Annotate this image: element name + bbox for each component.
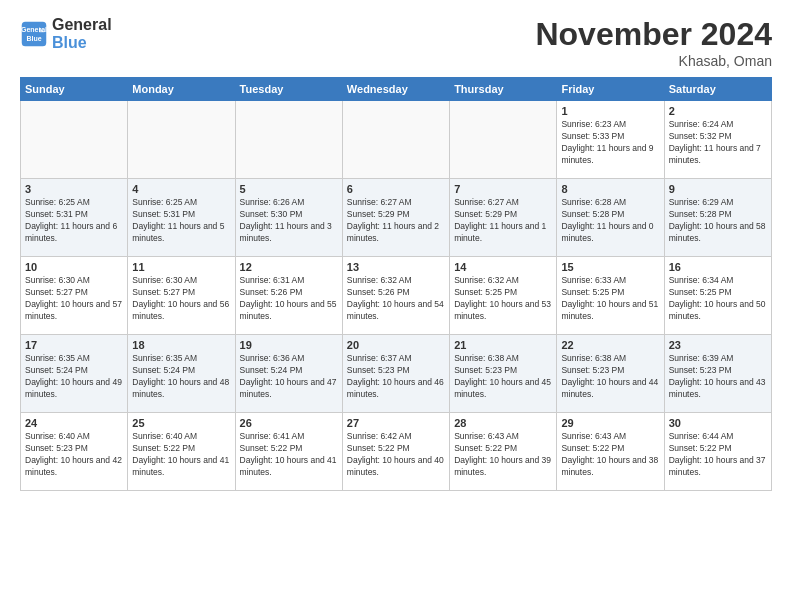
week-row-5: 24Sunrise: 6:40 AMSunset: 5:23 PMDayligh… (21, 413, 772, 491)
cell-w4-d6: 22Sunrise: 6:38 AMSunset: 5:23 PMDayligh… (557, 335, 664, 413)
cell-w1-d2 (128, 101, 235, 179)
day-detail: Sunrise: 6:38 AMSunset: 5:23 PMDaylight:… (454, 353, 552, 401)
day-detail: Sunrise: 6:29 AMSunset: 5:28 PMDaylight:… (669, 197, 767, 245)
cell-w2-d2: 4Sunrise: 6:25 AMSunset: 5:31 PMDaylight… (128, 179, 235, 257)
cell-w2-d6: 8Sunrise: 6:28 AMSunset: 5:28 PMDaylight… (557, 179, 664, 257)
cell-w3-d3: 12Sunrise: 6:31 AMSunset: 5:26 PMDayligh… (235, 257, 342, 335)
day-detail: Sunrise: 6:30 AMSunset: 5:27 PMDaylight:… (25, 275, 123, 323)
day-detail: Sunrise: 6:34 AMSunset: 5:25 PMDaylight:… (669, 275, 767, 323)
cell-w4-d7: 23Sunrise: 6:39 AMSunset: 5:23 PMDayligh… (664, 335, 771, 413)
day-detail: Sunrise: 6:39 AMSunset: 5:23 PMDaylight:… (669, 353, 767, 401)
col-thursday: Thursday (450, 78, 557, 101)
day-detail: Sunrise: 6:38 AMSunset: 5:23 PMDaylight:… (561, 353, 659, 401)
day-detail: Sunrise: 6:27 AMSunset: 5:29 PMDaylight:… (347, 197, 445, 245)
day-number: 1 (561, 105, 659, 117)
day-detail: Sunrise: 6:25 AMSunset: 5:31 PMDaylight:… (25, 197, 123, 245)
day-detail: Sunrise: 6:26 AMSunset: 5:30 PMDaylight:… (240, 197, 338, 245)
day-detail: Sunrise: 6:32 AMSunset: 5:26 PMDaylight:… (347, 275, 445, 323)
cell-w1-d6: 1Sunrise: 6:23 AMSunset: 5:33 PMDaylight… (557, 101, 664, 179)
day-number: 5 (240, 183, 338, 195)
cell-w2-d1: 3Sunrise: 6:25 AMSunset: 5:31 PMDaylight… (21, 179, 128, 257)
col-monday: Monday (128, 78, 235, 101)
week-row-4: 17Sunrise: 6:35 AMSunset: 5:24 PMDayligh… (21, 335, 772, 413)
day-detail: Sunrise: 6:33 AMSunset: 5:25 PMDaylight:… (561, 275, 659, 323)
cell-w3-d2: 11Sunrise: 6:30 AMSunset: 5:27 PMDayligh… (128, 257, 235, 335)
week-row-2: 3Sunrise: 6:25 AMSunset: 5:31 PMDaylight… (21, 179, 772, 257)
day-detail: Sunrise: 6:44 AMSunset: 5:22 PMDaylight:… (669, 431, 767, 479)
day-number: 28 (454, 417, 552, 429)
cell-w4-d4: 20Sunrise: 6:37 AMSunset: 5:23 PMDayligh… (342, 335, 449, 413)
header: General Blue General Blue November 2024 … (20, 16, 772, 69)
svg-text:Blue: Blue (26, 35, 41, 42)
cell-w1-d5 (450, 101, 557, 179)
cell-w3-d6: 15Sunrise: 6:33 AMSunset: 5:25 PMDayligh… (557, 257, 664, 335)
week-row-3: 10Sunrise: 6:30 AMSunset: 5:27 PMDayligh… (21, 257, 772, 335)
calendar-header-row: Sunday Monday Tuesday Wednesday Thursday… (21, 78, 772, 101)
cell-w5-d4: 27Sunrise: 6:42 AMSunset: 5:22 PMDayligh… (342, 413, 449, 491)
cell-w2-d3: 5Sunrise: 6:26 AMSunset: 5:30 PMDaylight… (235, 179, 342, 257)
day-number: 20 (347, 339, 445, 351)
cell-w5-d3: 26Sunrise: 6:41 AMSunset: 5:22 PMDayligh… (235, 413, 342, 491)
location: Khasab, Oman (535, 53, 772, 69)
day-number: 29 (561, 417, 659, 429)
logo-text: General Blue (52, 16, 112, 51)
col-tuesday: Tuesday (235, 78, 342, 101)
week-row-1: 1Sunrise: 6:23 AMSunset: 5:33 PMDaylight… (21, 101, 772, 179)
cell-w4-d2: 18Sunrise: 6:35 AMSunset: 5:24 PMDayligh… (128, 335, 235, 413)
day-number: 17 (25, 339, 123, 351)
day-detail: Sunrise: 6:35 AMSunset: 5:24 PMDaylight:… (25, 353, 123, 401)
day-number: 24 (25, 417, 123, 429)
month-title: November 2024 (535, 16, 772, 53)
cell-w1-d7: 2Sunrise: 6:24 AMSunset: 5:32 PMDaylight… (664, 101, 771, 179)
day-number: 30 (669, 417, 767, 429)
day-detail: Sunrise: 6:37 AMSunset: 5:23 PMDaylight:… (347, 353, 445, 401)
title-block: November 2024 Khasab, Oman (535, 16, 772, 69)
day-detail: Sunrise: 6:25 AMSunset: 5:31 PMDaylight:… (132, 197, 230, 245)
cell-w2-d5: 7Sunrise: 6:27 AMSunset: 5:29 PMDaylight… (450, 179, 557, 257)
day-number: 25 (132, 417, 230, 429)
day-detail: Sunrise: 6:43 AMSunset: 5:22 PMDaylight:… (454, 431, 552, 479)
day-detail: Sunrise: 6:28 AMSunset: 5:28 PMDaylight:… (561, 197, 659, 245)
day-detail: Sunrise: 6:43 AMSunset: 5:22 PMDaylight:… (561, 431, 659, 479)
cell-w4-d3: 19Sunrise: 6:36 AMSunset: 5:24 PMDayligh… (235, 335, 342, 413)
cell-w3-d5: 14Sunrise: 6:32 AMSunset: 5:25 PMDayligh… (450, 257, 557, 335)
cell-w3-d4: 13Sunrise: 6:32 AMSunset: 5:26 PMDayligh… (342, 257, 449, 335)
cell-w1-d3 (235, 101, 342, 179)
day-detail: Sunrise: 6:30 AMSunset: 5:27 PMDaylight:… (132, 275, 230, 323)
calendar-body: 1Sunrise: 6:23 AMSunset: 5:33 PMDaylight… (21, 101, 772, 491)
day-detail: Sunrise: 6:40 AMSunset: 5:22 PMDaylight:… (132, 431, 230, 479)
cell-w1-d4 (342, 101, 449, 179)
logo: General Blue General Blue (20, 16, 112, 51)
col-friday: Friday (557, 78, 664, 101)
day-number: 10 (25, 261, 123, 273)
cell-w1-d1 (21, 101, 128, 179)
day-detail: Sunrise: 6:32 AMSunset: 5:25 PMDaylight:… (454, 275, 552, 323)
col-wednesday: Wednesday (342, 78, 449, 101)
page: General Blue General Blue November 2024 … (0, 0, 792, 612)
day-detail: Sunrise: 6:42 AMSunset: 5:22 PMDaylight:… (347, 431, 445, 479)
cell-w3-d7: 16Sunrise: 6:34 AMSunset: 5:25 PMDayligh… (664, 257, 771, 335)
day-number: 14 (454, 261, 552, 273)
cell-w4-d1: 17Sunrise: 6:35 AMSunset: 5:24 PMDayligh… (21, 335, 128, 413)
cell-w4-d5: 21Sunrise: 6:38 AMSunset: 5:23 PMDayligh… (450, 335, 557, 413)
calendar: Sunday Monday Tuesday Wednesday Thursday… (20, 77, 772, 491)
day-number: 27 (347, 417, 445, 429)
cell-w5-d5: 28Sunrise: 6:43 AMSunset: 5:22 PMDayligh… (450, 413, 557, 491)
day-number: 16 (669, 261, 767, 273)
day-number: 23 (669, 339, 767, 351)
day-number: 8 (561, 183, 659, 195)
cell-w5-d2: 25Sunrise: 6:40 AMSunset: 5:22 PMDayligh… (128, 413, 235, 491)
day-number: 11 (132, 261, 230, 273)
cell-w5-d7: 30Sunrise: 6:44 AMSunset: 5:22 PMDayligh… (664, 413, 771, 491)
cell-w3-d1: 10Sunrise: 6:30 AMSunset: 5:27 PMDayligh… (21, 257, 128, 335)
col-saturday: Saturday (664, 78, 771, 101)
day-number: 2 (669, 105, 767, 117)
col-sunday: Sunday (21, 78, 128, 101)
day-number: 19 (240, 339, 338, 351)
day-number: 12 (240, 261, 338, 273)
day-detail: Sunrise: 6:41 AMSunset: 5:22 PMDaylight:… (240, 431, 338, 479)
day-number: 3 (25, 183, 123, 195)
day-detail: Sunrise: 6:27 AMSunset: 5:29 PMDaylight:… (454, 197, 552, 245)
cell-w5-d6: 29Sunrise: 6:43 AMSunset: 5:22 PMDayligh… (557, 413, 664, 491)
day-number: 9 (669, 183, 767, 195)
